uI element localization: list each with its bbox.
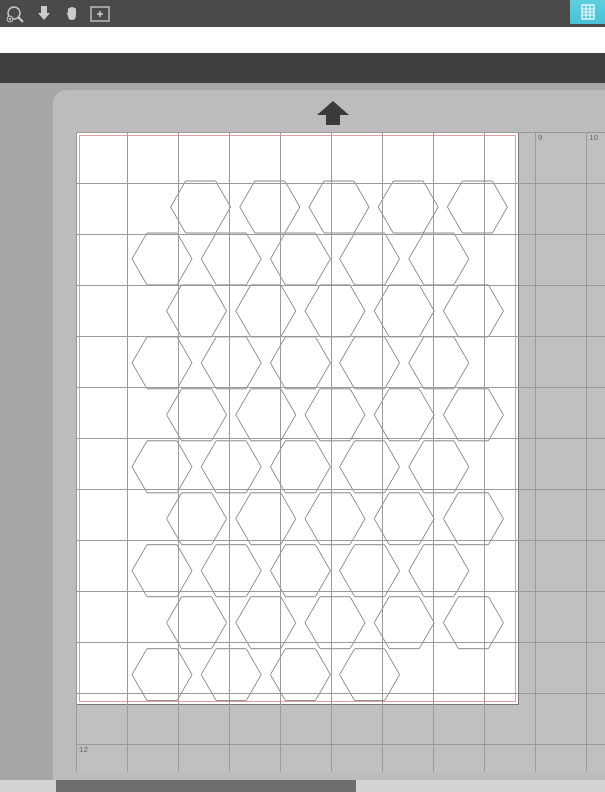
hexagon-shape[interactable] <box>240 181 300 233</box>
hexagon-shape[interactable] <box>132 233 192 285</box>
hexagon-shape[interactable] <box>167 597 227 649</box>
ruler-label: 10 <box>589 133 598 142</box>
load-arrow-icon <box>315 99 351 131</box>
secondary-bar <box>0 53 605 83</box>
hexagon-shape[interactable] <box>374 285 434 337</box>
grid-line <box>535 132 536 772</box>
hexagon-shape[interactable] <box>378 181 438 233</box>
hexagon-shape[interactable] <box>374 493 434 545</box>
grid-line <box>484 132 485 772</box>
svg-marker-4 <box>38 13 50 20</box>
hexagon-shape[interactable] <box>167 285 227 337</box>
horizontal-scrollbar[interactable] <box>0 780 605 792</box>
grid-line <box>76 183 605 184</box>
toolbar-gap <box>0 27 605 53</box>
hexagon-shape[interactable] <box>201 441 261 493</box>
hexagon-shape[interactable] <box>409 441 469 493</box>
hexagon-shape[interactable] <box>340 545 400 597</box>
hexagon-shape[interactable] <box>132 545 192 597</box>
svg-rect-3 <box>41 6 47 13</box>
hexagon-shape[interactable] <box>374 389 434 441</box>
grid-line <box>76 744 605 745</box>
hexagon-shape[interactable] <box>305 493 365 545</box>
grid-line <box>127 132 128 772</box>
grid-line <box>382 132 383 772</box>
ruler-label: 12 <box>79 745 88 754</box>
hexagon-shape[interactable] <box>409 337 469 389</box>
hexagon-shape[interactable] <box>340 441 400 493</box>
grid-line <box>76 693 605 694</box>
download-icon[interactable] <box>30 2 58 26</box>
hexagon-shape[interactable] <box>201 337 261 389</box>
grid-line <box>586 132 587 772</box>
hexagon-shape[interactable] <box>132 441 192 493</box>
hexagon-shape[interactable] <box>201 545 261 597</box>
hexagon-shape[interactable] <box>167 493 227 545</box>
zoom-fit-icon[interactable] <box>86 2 114 26</box>
svg-marker-14 <box>317 101 349 125</box>
hexagon-shape[interactable] <box>443 389 503 441</box>
hexagon-shape[interactable] <box>447 181 507 233</box>
hexagon-shape[interactable] <box>236 285 296 337</box>
top-toolbar <box>0 0 605 27</box>
grid-line <box>280 132 281 772</box>
hexagon-pattern[interactable] <box>77 133 520 706</box>
hexagon-shape[interactable] <box>236 389 296 441</box>
hexagon-shape[interactable] <box>132 337 192 389</box>
hexagon-shape[interactable] <box>309 181 369 233</box>
grid-line <box>76 489 605 490</box>
grid-line <box>76 285 605 286</box>
cutting-mat[interactable]: 91012 <box>53 90 605 792</box>
hexagon-shape[interactable] <box>236 597 296 649</box>
hexagon-shape[interactable] <box>340 233 400 285</box>
grid-line <box>76 642 605 643</box>
grid-line <box>76 387 605 388</box>
grid-line <box>76 540 605 541</box>
grid-line <box>76 591 605 592</box>
hexagon-shape[interactable] <box>167 389 227 441</box>
grid-line <box>76 132 605 133</box>
workspace: 91012 <box>0 83 605 792</box>
grid-line <box>76 234 605 235</box>
mat-grid: 91012 <box>76 132 605 772</box>
hexagon-shape[interactable] <box>305 597 365 649</box>
hexagon-shape[interactable] <box>340 337 400 389</box>
hexagon-shape[interactable] <box>443 493 503 545</box>
grid-line <box>331 132 332 772</box>
scrollbar-thumb[interactable] <box>56 780 356 792</box>
hexagon-shape[interactable] <box>409 545 469 597</box>
hexagon-shape[interactable] <box>409 233 469 285</box>
panel-tab[interactable] <box>570 0 605 24</box>
hexagon-shape[interactable] <box>171 181 231 233</box>
design-page[interactable] <box>76 132 519 705</box>
hexagon-shape[interactable] <box>201 233 261 285</box>
ruler-label: 9 <box>538 133 542 142</box>
hexagon-shape[interactable] <box>236 493 296 545</box>
hexagon-shape[interactable] <box>374 597 434 649</box>
svg-line-1 <box>18 17 23 22</box>
grid-line <box>76 132 77 772</box>
grid-line <box>178 132 179 772</box>
hexagon-shape[interactable] <box>443 597 503 649</box>
grid-line <box>76 336 605 337</box>
hand-icon[interactable] <box>58 2 86 26</box>
grid-line <box>76 438 605 439</box>
hexagon-shape[interactable] <box>305 389 365 441</box>
zoom-icon[interactable] <box>2 2 30 26</box>
hexagon-shape[interactable] <box>305 285 365 337</box>
grid-line <box>433 132 434 772</box>
grid-line <box>229 132 230 772</box>
hexagon-shape[interactable] <box>443 285 503 337</box>
